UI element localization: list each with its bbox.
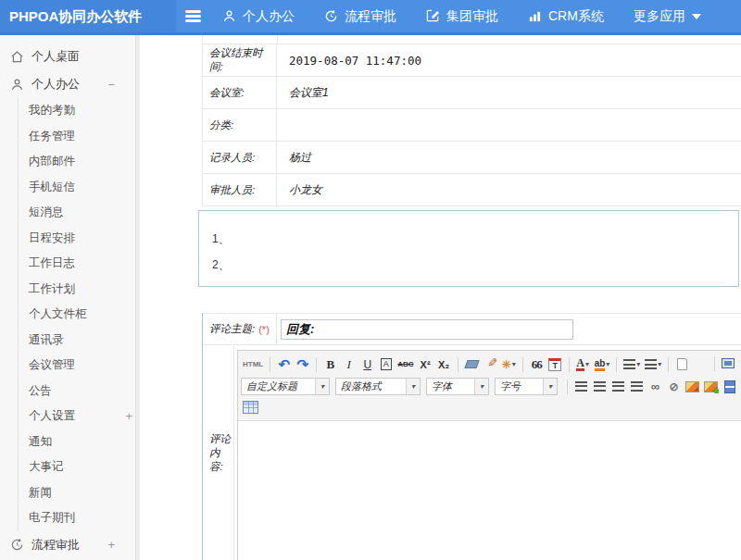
unordered-list-button[interactable]: ▾ xyxy=(643,355,663,373)
sidebar-item-task-management[interactable]: 任务管理 xyxy=(19,124,135,150)
align-right-icon[interactable] xyxy=(612,381,624,392)
sidebar-item-label: 大事记 xyxy=(29,460,64,473)
sidebar-item-e-journal[interactable]: 电子期刊 xyxy=(19,505,135,531)
minutes-line: 2、 xyxy=(212,252,738,278)
ordered-list-button[interactable]: ▾ xyxy=(622,355,642,373)
page-break-icon[interactable] xyxy=(724,380,735,393)
table-row: 分类: xyxy=(203,109,741,142)
label-text: 评论内容: xyxy=(209,432,233,474)
undo-icon[interactable]: ↶ xyxy=(275,355,293,373)
underline-icon[interactable]: U xyxy=(358,355,376,373)
sidebar-item-label: 公告 xyxy=(29,384,52,397)
comment-table: 评论主题: (*) 评论内容: HTML ↶ ↷ xyxy=(202,313,741,560)
expand-toggle[interactable]: + xyxy=(125,404,132,429)
toolbar-separator xyxy=(270,357,270,372)
comment-subject-input[interactable] xyxy=(281,319,573,340)
sidebar-item-label: 新闻 xyxy=(29,486,52,499)
bold-icon[interactable]: B xyxy=(321,355,339,373)
hamburger-menu-icon[interactable] xyxy=(185,10,201,22)
sidebar-item-workflow-approval[interactable]: 流程审批 + xyxy=(0,531,135,559)
italic-icon[interactable]: I xyxy=(340,355,358,373)
sidebar-item-work-plan[interactable]: 工作计划 xyxy=(19,277,135,303)
caret-down-icon: ▾ xyxy=(512,360,516,368)
sidebar-item-contacts[interactable]: 通讯录 xyxy=(19,328,135,354)
subscript-icon[interactable]: X₂ xyxy=(435,355,453,373)
font-color-button[interactable]: A ▾ xyxy=(574,355,592,373)
superscript-icon[interactable]: X² xyxy=(417,355,434,373)
table-row: 记录人员: 杨过 xyxy=(203,142,741,174)
edit-square-icon xyxy=(426,9,440,23)
nav-label: 更多应用 xyxy=(634,8,685,25)
form-label: 会议结束时间: xyxy=(203,44,277,76)
sidebar-item-meeting-management[interactable]: 会议管理 xyxy=(19,353,135,379)
nav-personal-office[interactable]: 个人办公 xyxy=(222,8,295,25)
sidebar-item-personal-office[interactable]: 个人办公 − xyxy=(0,70,135,98)
custom-heading-select[interactable]: 自定义标题 ▾ xyxy=(241,378,330,395)
table-partial-row xyxy=(203,35,741,44)
personal-office-submenu: 我的考勤 任务管理 内部邮件 手机短信 短消息 日程安排 工作日志 工作计划 个… xyxy=(18,98,135,531)
sidebar-item-personal-desktop[interactable]: 个人桌面 xyxy=(0,43,135,70)
toolbar-separator xyxy=(458,357,458,372)
caret-down-icon: ▾ xyxy=(474,379,488,394)
form-value: 杨过 xyxy=(277,142,741,173)
insert-image-icon[interactable] xyxy=(685,381,699,392)
sidebar-item-memorabilia[interactable]: 大事记 xyxy=(19,454,135,480)
nav-workflow-approval[interactable]: 流程审批 xyxy=(324,8,396,25)
select-label: 自定义标题 xyxy=(246,380,297,393)
eraser-icon[interactable] xyxy=(464,360,479,368)
link-icon[interactable]: ∞ xyxy=(647,378,664,395)
home-icon xyxy=(10,50,24,64)
unlink-icon[interactable]: ⊘ xyxy=(665,378,683,395)
ordered-list-icon xyxy=(623,359,635,369)
sidebar-item-short-message[interactable]: 短消息 xyxy=(19,200,135,226)
sidebar-item-work-log[interactable]: 工作日志 xyxy=(19,251,135,277)
strikethrough-icon[interactable]: ABC xyxy=(396,355,415,373)
sidebar-item-personal-settings[interactable]: 个人设置 + xyxy=(19,404,135,429)
sidebar-item-news[interactable]: 新闻 xyxy=(19,480,135,506)
align-center-icon[interactable] xyxy=(594,381,606,392)
sidebar-item-notice[interactable]: 通知 xyxy=(19,429,135,455)
expand-toggle[interactable]: + xyxy=(107,538,115,552)
form-value: 小龙女 xyxy=(277,174,741,205)
sidebar-item-my-attendance[interactable]: 我的考勤 xyxy=(19,98,135,124)
sidebar-item-personal-file-cabinet[interactable]: 个人文件柜 xyxy=(19,302,135,328)
font-size-select[interactable]: 字号 ▾ xyxy=(495,378,558,395)
sidebar-item-label: 手机短信 xyxy=(29,180,75,193)
font-border-icon[interactable]: A xyxy=(381,358,392,370)
autotypeset-button[interactable]: ✳ ▾ xyxy=(500,355,518,373)
form-label: 会议室: xyxy=(203,77,277,108)
blockquote-icon[interactable]: 66 xyxy=(528,355,546,373)
text-block-icon[interactable]: T xyxy=(548,358,561,371)
sidebar-item-announcement[interactable]: 公告 xyxy=(19,379,135,404)
nav-crm-system[interactable]: CRM系统 xyxy=(528,8,604,25)
align-justify-icon[interactable] xyxy=(631,381,643,392)
nav-more-apps[interactable]: 更多应用 xyxy=(634,8,701,25)
collapse-toggle[interactable]: − xyxy=(107,78,115,92)
highlight-icon: ab xyxy=(595,358,606,371)
person-icon xyxy=(10,78,24,92)
editor-content-area[interactable] xyxy=(238,421,741,560)
sidebar-item-internal-mail[interactable]: 内部邮件 xyxy=(19,149,135,175)
fullscreen-icon[interactable] xyxy=(722,358,735,368)
upload-image-icon[interactable] xyxy=(704,381,718,392)
form-label: 分类: xyxy=(203,109,277,141)
align-left-icon[interactable] xyxy=(575,381,587,392)
format-brush-icon[interactable]: ✎ xyxy=(482,355,499,373)
select-label: 字体 xyxy=(432,380,452,393)
top-bar: PHPOA协同办公软件 个人办公 流程审批 xyxy=(0,0,741,35)
paragraph-format-select[interactable]: 段落格式 ▾ xyxy=(335,378,421,395)
sidebar-item-mobile-sms[interactable]: 手机短信 xyxy=(19,175,135,201)
highlight-color-button[interactable]: ab ▾ xyxy=(593,355,612,373)
redo-icon[interactable]: ↷ xyxy=(294,355,311,373)
insert-table-icon[interactable] xyxy=(243,401,258,414)
caret-down-icon: ▾ xyxy=(636,360,640,368)
person-icon xyxy=(222,9,236,23)
font-family-select[interactable]: 字体 ▾ xyxy=(426,378,489,395)
html-source-button[interactable]: HTML xyxy=(241,355,265,373)
required-mark: (*) xyxy=(258,324,270,335)
form-label: 审批人员: xyxy=(203,174,277,205)
sidebar-item-schedule[interactable]: 日程安排 xyxy=(19,226,135,252)
new-page-icon[interactable] xyxy=(677,358,687,370)
nav-group-approval[interactable]: 集团审批 xyxy=(426,8,498,25)
sidebar-item-label: 个人办公 xyxy=(31,76,80,93)
